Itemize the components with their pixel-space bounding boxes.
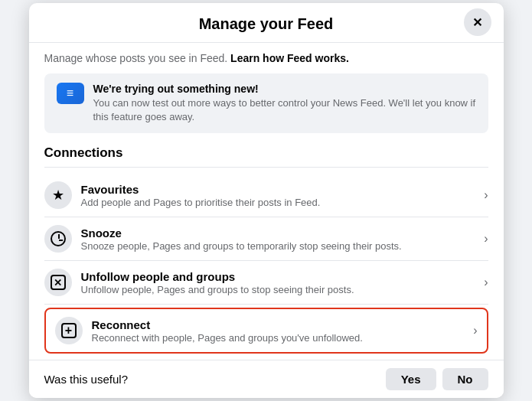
unfollow-content: Unfollow people and groups Unfollow peop…	[81, 270, 478, 295]
clock-icon	[51, 231, 66, 246]
unfollow-title: Unfollow people and groups	[81, 270, 478, 283]
chevron-right-icon: ›	[473, 324, 477, 337]
modal-header: Manage your Feed ✕	[29, 3, 504, 43]
yes-button[interactable]: Yes	[386, 368, 436, 390]
plus-box-icon: +	[61, 323, 77, 338]
chevron-right-icon: ›	[484, 275, 488, 289]
info-banner: ≡ We're trying out something new! You ca…	[44, 73, 488, 133]
favourites-item[interactable]: ★ Favourites Add people and Pages to pri…	[44, 174, 488, 217]
connections-label: Connections	[44, 145, 488, 161]
reconnect-item[interactable]: + Reconnect Reconnect with people, Pages…	[44, 308, 488, 354]
chevron-right-icon: ›	[484, 232, 488, 246]
favourites-title: Favourites	[81, 183, 478, 196]
unfollow-item[interactable]: ✕ Unfollow people and groups Unfollow pe…	[44, 261, 488, 305]
modal-footer: Was this useful? Yes No	[29, 360, 504, 398]
modal-body: Manage whose posts you see in Feed. Lear…	[29, 43, 504, 354]
favourites-desc: Add people and Pages to prioritise their…	[81, 197, 478, 208]
banner-description: You can now test out more ways to better…	[93, 96, 476, 124]
manage-feed-modal: Manage your Feed ✕ Manage whose posts yo…	[29, 3, 504, 398]
favourites-content: Favourites Add people and Pages to prior…	[81, 183, 478, 208]
star-icon: ★	[44, 181, 72, 209]
clock-icon-container	[44, 225, 72, 253]
news-feed-icon: ≡	[67, 86, 73, 100]
banner-text: We're trying out something new! You can …	[93, 83, 476, 124]
plus-box-icon-container: +	[55, 317, 83, 344]
banner-icon: ≡	[57, 83, 84, 104]
modal-title: Manage your Feed	[199, 15, 334, 33]
unfollow-desc: Unfollow people, Pages and groups to sto…	[81, 284, 478, 295]
divider	[44, 167, 488, 168]
footer-question: Was this useful?	[44, 373, 129, 386]
learn-how-link[interactable]: Learn how Feed works.	[230, 52, 349, 64]
reconnect-desc: Reconnect with people, Pages and groups …	[92, 332, 468, 344]
chevron-right-icon: ›	[484, 188, 488, 202]
snooze-content: Snooze Snooze people, Pages and groups t…	[81, 227, 478, 252]
snooze-desc: Snooze people, Pages and groups to tempo…	[81, 240, 478, 252]
reconnect-content: Reconnect Reconnect with people, Pages a…	[92, 318, 468, 344]
no-button[interactable]: No	[442, 368, 488, 390]
snooze-title: Snooze	[81, 227, 478, 240]
x-box-icon: ✕	[51, 275, 66, 290]
x-box-icon-container: ✕	[44, 269, 72, 296]
snooze-item[interactable]: Snooze Snooze people, Pages and groups t…	[44, 217, 488, 261]
footer-buttons: Yes No	[386, 368, 488, 390]
close-button[interactable]: ✕	[464, 8, 491, 36]
banner-title: We're trying out something new!	[93, 83, 476, 95]
reconnect-title: Reconnect	[92, 318, 468, 331]
subtitle-text: Manage whose posts you see in Feed. Lear…	[44, 52, 488, 64]
